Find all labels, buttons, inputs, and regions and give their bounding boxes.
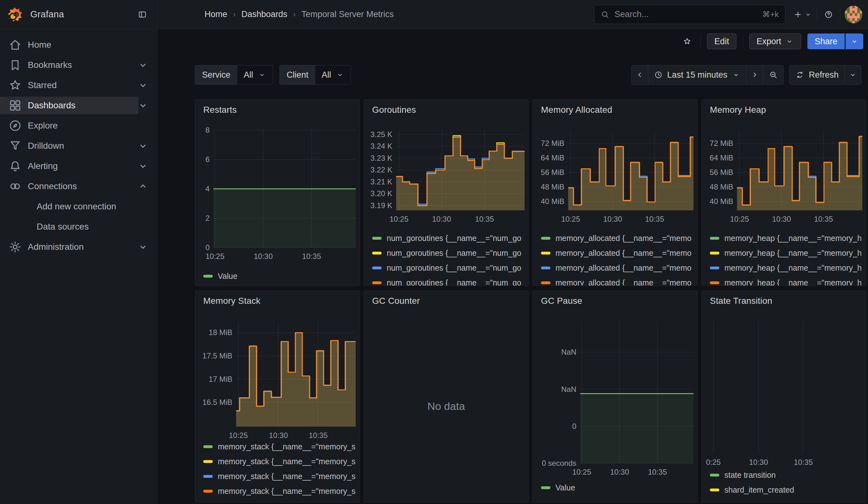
chart-plot[interactable]: [236, 322, 356, 426]
legend-item[interactable]: num_goroutines {__name__="num_go: [372, 260, 525, 275]
chevron-down-icon[interactable]: [137, 79, 149, 92]
sidebar-item-explore[interactable]: Explore: [0, 116, 157, 136]
sidebar-item-dashboards[interactable]: Dashboards: [0, 95, 157, 116]
legend-item[interactable]: memory_allocated {__name__="memo: [541, 246, 694, 260]
sidebar-item-bookmarks[interactable]: Bookmarks: [0, 55, 157, 75]
star-button[interactable]: [680, 34, 694, 49]
legend-item[interactable]: memory_stack {__name__="memory_s: [203, 469, 356, 484]
avatar[interactable]: [845, 6, 862, 23]
grafana-logo[interactable]: [8, 7, 23, 22]
legend-item[interactable]: memory_heap {__name__="memory_h: [710, 275, 863, 286]
chevron-up-icon[interactable]: [137, 180, 149, 193]
chevron-down-icon[interactable]: [137, 59, 149, 71]
panel-title[interactable]: Memory Allocated: [541, 105, 612, 115]
refresh-interval-button[interactable]: [845, 65, 861, 84]
legend: memory_allocated {__name__="memomemory_a…: [541, 231, 694, 286]
panel-title[interactable]: GC Pause: [541, 296, 582, 306]
legend-item[interactable]: shard_item_created: [710, 483, 863, 497]
share-menu-button[interactable]: [846, 33, 863, 49]
time-range-button[interactable]: Last 15 minutes: [648, 65, 747, 84]
chart-plot[interactable]: [737, 131, 862, 210]
chart-plot[interactable]: [213, 130, 356, 248]
legend-swatch: [372, 267, 382, 269]
legend-item[interactable]: state transition: [710, 468, 863, 483]
legend-item[interactable]: memory_stack {__name__="memory_s: [203, 439, 356, 454]
sidebar-item-connections[interactable]: Connections: [0, 176, 157, 196]
legend-item[interactable]: memory_allocated {__name__="memo: [541, 231, 694, 246]
y-axis-label: 17 MiB: [195, 374, 232, 384]
panel-memory_allocated: Memory Allocated72 MiB64 MiB56 MiB48 MiB…: [533, 100, 698, 286]
x-axis-label: 10:30: [420, 215, 464, 224]
panel-title[interactable]: State Transition: [710, 296, 772, 306]
sidebar-item-data-sources[interactable]: Data sources: [0, 217, 157, 237]
chart-plot[interactable]: [705, 321, 862, 453]
legend-swatch: [541, 252, 550, 255]
export-button[interactable]: Export: [749, 33, 801, 49]
y-axis-label: 56 MiB: [533, 168, 564, 177]
y-axis-label: 2: [195, 214, 209, 223]
new-button[interactable]: [794, 7, 813, 22]
breadcrumb: Home › Dashboards › Temporal Server Metr…: [205, 10, 394, 19]
compass-icon: [8, 119, 22, 133]
legend-item[interactable]: memory_allocated {__name__="memo: [541, 260, 694, 275]
refresh-icon: [795, 70, 804, 79]
breadcrumb-item-home[interactable]: Home: [205, 10, 227, 19]
y-axis-label: 3.20 K: [364, 189, 392, 198]
y-axis-label: 40 MiB: [702, 197, 733, 206]
chevron-down-icon[interactable]: [137, 160, 149, 172]
edit-button[interactable]: Edit: [707, 33, 736, 49]
refresh-button[interactable]: Refresh: [790, 65, 845, 84]
legend-item[interactable]: num_goroutines {__name__="num_go: [372, 246, 525, 260]
panel-title[interactable]: GC Counter: [372, 296, 420, 306]
breadcrumb-item-dashboards[interactable]: Dashboards: [241, 10, 288, 19]
panel-title[interactable]: Memory Stack: [203, 296, 260, 306]
chart-plot[interactable]: [580, 321, 693, 463]
share-button[interactable]: Share: [807, 33, 845, 49]
legend-item[interactable]: num_goroutines {__name__="num_go: [372, 275, 525, 286]
breadcrumb-item-current: Temporal Server Metrics: [301, 10, 394, 19]
legend-swatch: [541, 281, 550, 284]
legend-item[interactable]: num_goroutines {__name__="num_go: [372, 231, 525, 246]
legend-swatch: [203, 275, 213, 278]
time-forward-button[interactable]: [746, 65, 763, 84]
panel-title[interactable]: Goroutines: [372, 105, 416, 115]
x-axis-label: 10:30: [760, 215, 804, 224]
legend-item[interactable]: memory_heap {__name__="memory_h: [710, 246, 863, 260]
panel-state_transition: State Transition0:2510:3010:35state tran…: [701, 290, 866, 503]
help-button[interactable]: [822, 7, 836, 22]
legend: state transitionshard_item_created: [710, 468, 863, 497]
time-controls: Last 15 minutes Refresh: [631, 65, 861, 85]
sidebar-item-starred[interactable]: Starred: [0, 75, 157, 95]
search-input[interactable]: Search... ⌘+k: [594, 5, 785, 24]
legend-item[interactable]: memory_heap {__name__="memory_h: [710, 231, 863, 246]
legend: Value: [541, 480, 694, 495]
sidebar-item-drilldown[interactable]: Drilldown: [0, 136, 157, 156]
legend-item[interactable]: memory_heap {__name__="memory_h: [710, 260, 863, 275]
zoom-out-button[interactable]: [763, 65, 783, 84]
time-back-button[interactable]: [632, 65, 648, 84]
sidebar-item-administration[interactable]: Administration: [0, 237, 157, 257]
legend-item[interactable]: memory_allocated {__name__="memo: [541, 275, 694, 286]
chart-plot[interactable]: [396, 130, 525, 210]
variable-value[interactable]: All: [237, 65, 273, 84]
sidebar-toggle-button[interactable]: [135, 8, 149, 21]
sidebar-item-add-new-connection[interactable]: Add new connection: [0, 196, 157, 217]
chevron-down-icon[interactable]: [137, 140, 149, 152]
star-icon: [683, 37, 692, 46]
sidebar-item-alerting[interactable]: Alerting: [0, 156, 157, 176]
variable-picker-service[interactable]: Service All: [195, 65, 273, 85]
chart-plot[interactable]: [568, 131, 693, 210]
legend-item[interactable]: Value: [541, 480, 694, 495]
sidebar-item-home[interactable]: Home: [0, 35, 157, 55]
chevron-down-icon[interactable]: [137, 240, 149, 253]
sidebar-item-label: Administration: [28, 242, 84, 252]
panel-title[interactable]: Memory Heap: [710, 105, 766, 115]
chevron-down-icon[interactable]: [137, 99, 149, 112]
legend-item[interactable]: memory_stack {__name__="memory_s: [203, 454, 356, 469]
variable-value[interactable]: All: [315, 65, 351, 84]
panel-title[interactable]: Restarts: [203, 105, 237, 115]
legend-item[interactable]: memory_stack {__name__="memory_s: [203, 484, 356, 498]
y-axis-label: 48 MiB: [533, 182, 564, 192]
variable-picker-client[interactable]: Client All: [279, 65, 351, 85]
legend-item[interactable]: Value: [203, 269, 356, 284]
